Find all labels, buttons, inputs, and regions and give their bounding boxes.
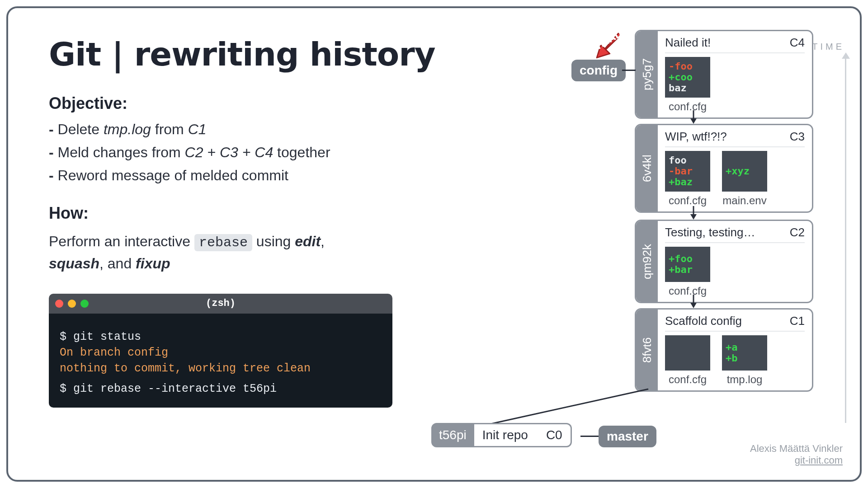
diff-box: -foo+coo baz: [665, 57, 710, 98]
diff-box: +a+b: [722, 335, 767, 371]
commit-hash: t56pi: [431, 423, 474, 447]
commit-id: C4: [790, 36, 805, 50]
svg-marker-6: [690, 303, 697, 308]
terminal-line: nothing to commit, working tree clean: [60, 361, 382, 376]
credit-link: git-init.com: [750, 455, 843, 466]
terminal-line: $ git rebase --interactive t56pi: [60, 381, 382, 397]
terminal-line: $ git status: [60, 329, 382, 345]
file-label: conf.cfg: [669, 285, 707, 297]
arrow-down-icon: [689, 206, 698, 220]
file-label: tmp.log: [727, 373, 763, 386]
commit-hash: 6v4kl: [636, 125, 658, 211]
commit-message: Testing, testing…: [665, 225, 755, 239]
commit-c2: qm92k Testing, testing…C2 +foo+barconf.c…: [635, 220, 813, 303]
commit-id: C0: [546, 428, 562, 442]
head-arrow-icon: HEAD: [580, 28, 621, 61]
commit-id: C2: [790, 225, 805, 239]
diff-box: [665, 335, 710, 371]
terminal-body: $ git status On branch config nothing to…: [49, 314, 392, 408]
credit-name: Alexis Määttä Vinkler: [750, 443, 843, 454]
branch-master: master: [599, 426, 656, 447]
terminal-title: (zsh): [49, 298, 392, 309]
svg-marker-2: [690, 118, 697, 124]
time-axis: [845, 54, 846, 423]
commit-c0: t56pi Init repo C0: [431, 423, 572, 447]
commit-graph: TIME py5g7 Nailed it!C4 -foo+coo baz con…: [558, 30, 838, 473]
terminal-titlebar: (zsh): [49, 294, 392, 314]
connector: [622, 70, 636, 71]
commit-message: Init repo: [482, 428, 528, 442]
file-label: main.env: [722, 194, 766, 207]
file-label: conf.cfg: [669, 373, 707, 386]
commit-message: Scaffold config: [665, 314, 742, 328]
terminal-line: On branch config: [60, 345, 382, 361]
commit-id: C1: [790, 314, 805, 328]
commit-message: Nailed it!: [665, 36, 711, 50]
terminal: (zsh) $ git status On branch config noth…: [49, 294, 392, 408]
connector: [580, 436, 599, 437]
commit-c4: py5g7 Nailed it!C4 -foo+coo baz conf.cfg: [635, 30, 813, 119]
commit-hash: 8fvt6: [636, 310, 658, 390]
branch-config: config: [571, 60, 626, 81]
commit-message: WIP, wtf!?!?: [665, 130, 727, 144]
commit-hash: py5g7: [636, 31, 658, 117]
credit: Alexis Määttä Vinkler git-init.com: [750, 443, 843, 466]
commit-c1: 8fvt6 Scaffold configC1 conf.cfg +a+btmp…: [635, 308, 813, 392]
time-label: TIME: [812, 42, 844, 52]
diff-box: +foo+bar: [665, 247, 710, 282]
diff-box: foo-bar+baz: [665, 151, 710, 192]
commit-id: C3: [790, 130, 805, 144]
arrow-down-icon: [689, 110, 698, 124]
code-rebase: rebase: [194, 234, 252, 251]
svg-marker-4: [690, 214, 697, 220]
arrow-down-icon: [689, 295, 698, 308]
diff-box: +xyz: [722, 151, 767, 192]
file-label: conf.cfg: [669, 100, 707, 113]
how-text: Perform an interactive rebase using edit…: [49, 231, 374, 274]
commit-c3: 6v4kl WIP, wtf!?!?C3 foo-bar+bazconf.cfg…: [635, 124, 813, 213]
file-label: conf.cfg: [669, 194, 707, 207]
commit-hash: qm92k: [636, 221, 658, 302]
